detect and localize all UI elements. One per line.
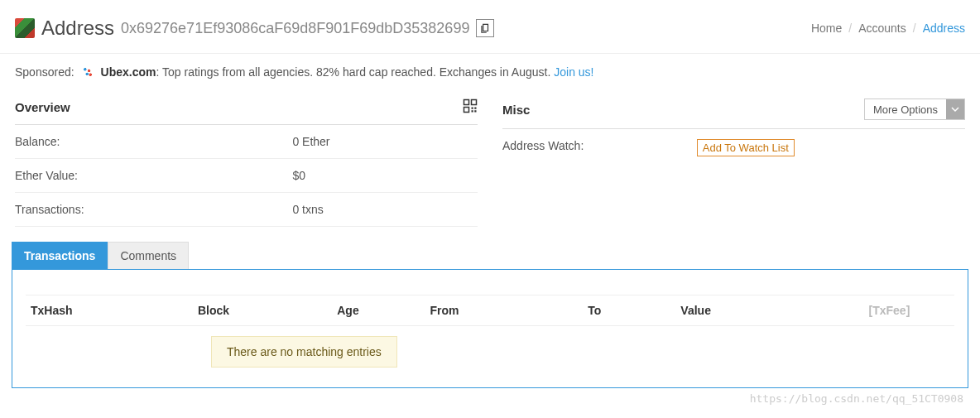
transactions-value: 0 txns	[292, 203, 478, 216]
misc-title: Misc	[502, 103, 530, 117]
tab-bar: Transactions Comments	[12, 242, 968, 269]
page-title: Address	[41, 17, 114, 40]
add-watchlist-button[interactable]: Add To Watch List	[697, 139, 795, 156]
address-watch-value: Add To Watch List	[697, 139, 965, 156]
tabs-section: Transactions Comments TxHash Block Age F…	[0, 227, 980, 388]
sponsor-text: : Top ratings from all agencies. 82% har…	[156, 65, 555, 79]
ether-value-value: $0	[292, 169, 478, 182]
tab-content-transactions: TxHash Block Age From To Value [TxFee] T…	[12, 269, 968, 388]
col-age: Age	[332, 295, 425, 326]
col-from: From	[425, 295, 583, 326]
address-identicon-icon	[15, 18, 35, 38]
ether-value-row: Ether Value: $0	[15, 159, 478, 193]
transactions-label: Transactions:	[15, 203, 292, 216]
misc-header: Misc More Options	[502, 90, 965, 129]
breadcrumb-accounts[interactable]: Accounts	[858, 22, 906, 35]
col-txfee: [TxFee]	[824, 295, 954, 326]
address-hash: 0x69276e71Ef93086caF69d8F901F69dbD353826…	[121, 20, 469, 37]
empty-state-wrap: There are no matching entries	[26, 326, 954, 368]
svg-rect-1	[472, 100, 477, 105]
col-txhash: TxHash	[26, 295, 193, 326]
chevron-down-icon	[946, 99, 964, 119]
col-value: Value	[675, 295, 824, 326]
balance-value: 0 Ether	[292, 135, 478, 148]
header-left: Address 0x69276e71Ef93086caF69d8F901F69d…	[15, 17, 494, 40]
copy-address-button[interactable]	[476, 19, 494, 37]
overview-panel: Overview Balance: 0 Ether Ether Value: $…	[15, 90, 478, 227]
breadcrumb-home[interactable]: Home	[811, 22, 842, 35]
col-block: Block	[193, 295, 332, 326]
ether-value-label: Ether Value:	[15, 169, 292, 182]
svg-rect-2	[464, 108, 469, 113]
qr-code-button[interactable]	[463, 98, 478, 116]
page-header: Address 0x69276e71Ef93086caF69d8F901F69d…	[0, 0, 980, 54]
breadcrumb-sep: /	[848, 22, 852, 35]
svg-rect-3	[472, 108, 473, 109]
sponsor-row: Sponsored: Ubex.com: Top ratings from al…	[0, 54, 980, 90]
col-to: To	[583, 295, 675, 326]
address-watch-label: Address Watch:	[502, 139, 697, 156]
transactions-table: TxHash Block Age From To Value [TxFee]	[26, 295, 954, 326]
balance-row: Balance: 0 Ether	[15, 125, 478, 159]
transactions-row: Transactions: 0 txns	[15, 193, 478, 227]
overview-title: Overview	[15, 100, 70, 114]
tab-comments[interactable]: Comments	[108, 242, 189, 269]
sponsor-name: Ubex.com	[101, 65, 156, 79]
sponsor-label: Sponsored:	[15, 65, 74, 79]
svg-rect-4	[474, 108, 476, 109]
tab-transactions[interactable]: Transactions	[12, 242, 108, 269]
qr-icon	[463, 98, 478, 113]
overview-header: Overview	[15, 90, 478, 125]
sponsor-logo-icon	[81, 65, 94, 79]
more-options-button[interactable]: More Options	[864, 98, 965, 120]
address-watch-row: Address Watch: Add To Watch List	[502, 129, 965, 166]
breadcrumb-current[interactable]: Address	[923, 22, 965, 35]
copy-icon	[479, 22, 491, 34]
misc-panel: Misc More Options Address Watch: Add To …	[502, 90, 965, 227]
sponsor-link[interactable]: Join us!	[554, 65, 593, 79]
breadcrumb-sep: /	[913, 22, 916, 35]
table-header-row: TxHash Block Age From To Value [TxFee]	[26, 295, 954, 326]
svg-rect-5	[472, 110, 473, 112]
empty-state-message: There are no matching entries	[211, 336, 397, 368]
panels: Overview Balance: 0 Ether Ether Value: $…	[0, 90, 980, 227]
breadcrumb: Home / Accounts / Address	[811, 22, 965, 35]
more-options-label: More Options	[865, 101, 946, 118]
svg-rect-0	[464, 100, 469, 105]
svg-rect-6	[474, 110, 476, 112]
sponsor-text-wrap: Ubex.com: Top ratings from all agencies.…	[101, 65, 594, 79]
balance-label: Balance:	[15, 135, 292, 148]
